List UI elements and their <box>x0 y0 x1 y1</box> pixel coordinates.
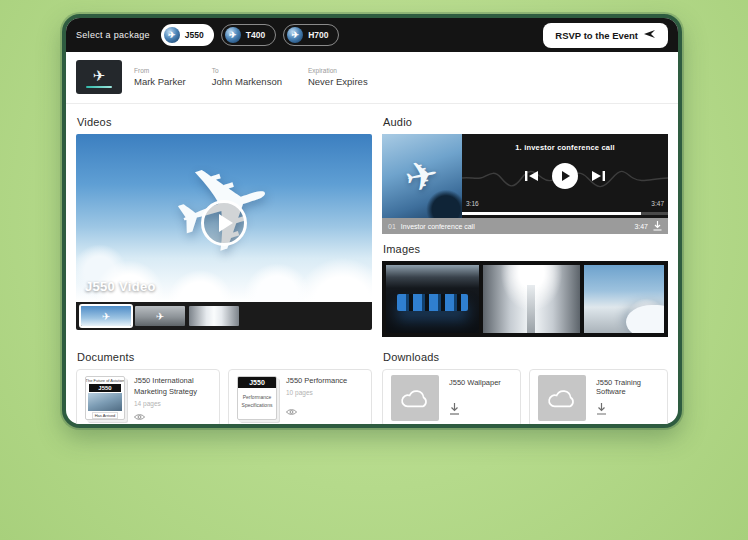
package-tab-h700[interactable]: ✈ H700 <box>283 24 339 46</box>
elapsed-time: 3:16 <box>466 200 479 207</box>
airplane-icon: ✈ <box>135 306 185 326</box>
track-index: 01 <box>388 223 396 230</box>
videos-heading: Videos <box>77 116 372 128</box>
meta-from: From Mark Parker <box>134 67 186 87</box>
images-gallery <box>382 261 668 337</box>
document-card-marketing-strategy[interactable]: The Future of Aviation J550 Has Arrived … <box>76 369 220 427</box>
cabin-interior-image[interactable] <box>483 265 580 333</box>
audio-controls <box>462 163 668 189</box>
audio-cover-image: ✈ <box>382 134 462 218</box>
view-document-icon[interactable] <box>286 402 347 420</box>
airplane-exterior-image[interactable] <box>584 265 664 333</box>
to-label: To <box>212 67 282 74</box>
download-placeholder-thumbnail <box>391 375 439 421</box>
video-play-button[interactable] <box>201 200 247 246</box>
airplane-package-icon: ✈ <box>225 27 241 43</box>
download-icon[interactable] <box>449 401 501 419</box>
audio-play-button[interactable] <box>552 163 578 189</box>
from-label: From <box>134 67 186 74</box>
send-icon <box>644 29 656 41</box>
airplane-icon: ✈ <box>81 306 131 326</box>
cloud-icon <box>397 386 433 410</box>
airplane-icon: ✈ <box>93 67 106 85</box>
audio-time-labels: 3:16 3:47 <box>466 200 664 207</box>
play-icon <box>562 171 570 181</box>
from-value: Mark Parker <box>134 76 186 87</box>
document-cover-thumbnail: J550 Performance Specifications <box>237 376 277 420</box>
document-card-performance[interactable]: J550 Performance Specifications J550 Per… <box>228 369 372 427</box>
meta-to: To John Markenson <box>212 67 282 87</box>
document-title: J550 Performance <box>286 376 347 387</box>
cover-top-text: The Future of Aviation <box>85 377 124 383</box>
video-player[interactable]: ✈ J550 Video ✈ ✈ <box>76 134 372 330</box>
expiration-label: Expiration <box>308 67 368 74</box>
rsvp-button[interactable]: RSVP to the Event <box>543 23 668 48</box>
cover-model-text: J550 <box>89 384 121 392</box>
cloud-icon <box>544 386 580 410</box>
package-viewer-window: Select a package ✈ J550 ✈ T400 ✈ H700 RS… <box>62 14 682 428</box>
track-title: Investor conference call <box>401 223 475 230</box>
cabin-aisle-decoration <box>527 285 535 333</box>
previous-track-button[interactable] <box>525 170 538 182</box>
download-card-wallpaper[interactable]: J550 Wallpaper <box>382 369 521 427</box>
cockpit-screens-decoration <box>397 294 468 312</box>
cover-model-text: J550 <box>237 377 277 388</box>
audio-heading: Audio <box>383 116 668 128</box>
cover-subtitle-text: Performance Specifications <box>238 394 276 409</box>
thumbnail-streak-decoration <box>86 86 112 88</box>
video-thumbnail-strip: ✈ ✈ <box>76 302 372 330</box>
audio-playlist-row[interactable]: 01 Investor conference call 3:47 <box>382 218 668 234</box>
meta-expiration: Expiration Never Expires <box>308 67 368 87</box>
download-placeholder-thumbnail <box>538 375 586 421</box>
download-icon[interactable] <box>596 401 659 419</box>
cover-photo <box>88 393 122 411</box>
document-page-count: 14 pages <box>134 400 211 407</box>
document-cover-thumbnail: The Future of Aviation J550 Has Arrived <box>85 376 125 420</box>
airplane-nose-decoration <box>626 305 664 333</box>
now-playing-title: 1. investor conference call <box>462 143 668 152</box>
video-title-overlay: J550 Video <box>85 279 156 294</box>
document-title: J550 International Marketing Strategy <box>134 376 211 398</box>
audio-progress-fill <box>462 212 641 215</box>
download-card-training-software[interactable]: J550 Training Software <box>529 369 668 427</box>
video-thumbnail-3[interactable] <box>189 306 239 326</box>
audio-progress-bar[interactable] <box>462 212 668 215</box>
video-preview-image[interactable]: ✈ J550 Video <box>76 134 372 302</box>
select-package-label: Select a package <box>76 30 150 40</box>
package-tab-t400[interactable]: ✈ T400 <box>221 24 276 46</box>
package-tab-label: H700 <box>308 30 328 40</box>
package-tab-label: T400 <box>246 30 265 40</box>
cockpit-image[interactable] <box>386 265 479 333</box>
next-track-button[interactable] <box>592 170 605 182</box>
expiration-value: Never Expires <box>308 76 368 87</box>
audio-panel: 1. investor conference call <box>462 134 668 218</box>
package-tab-label: J550 <box>185 30 204 40</box>
audio-player: ✈ 1. investor conference call <box>382 134 668 218</box>
package-tab-j550[interactable]: ✈ J550 <box>161 24 214 46</box>
track-duration: 3:47 <box>634 223 648 230</box>
topbar: Select a package ✈ J550 ✈ T400 ✈ H700 RS… <box>66 18 678 52</box>
airplane-icon: ✈ <box>401 150 443 202</box>
rsvp-label: RSVP to the Event <box>555 30 638 41</box>
downloads-heading: Downloads <box>383 351 668 363</box>
cover-bottom-text: Has Arrived <box>92 412 119 419</box>
video-thumbnail-2[interactable]: ✈ <box>135 306 185 326</box>
airplane-package-icon: ✈ <box>287 27 303 43</box>
video-thumbnail-1[interactable]: ✈ <box>81 306 131 326</box>
package-meta-header: ✈ From Mark Parker To John Markenson Exp… <box>66 52 678 104</box>
documents-heading: Documents <box>77 351 372 363</box>
download-title: J550 Training Software <box>596 378 659 396</box>
airplane-package-icon: ✈ <box>164 27 180 43</box>
total-duration: 3:47 <box>651 200 664 207</box>
to-value: John Markenson <box>212 76 282 87</box>
download-icon[interactable] <box>653 221 662 231</box>
images-heading: Images <box>383 243 668 255</box>
play-icon <box>219 214 233 232</box>
package-thumbnail-image: ✈ <box>76 60 122 94</box>
view-document-icon[interactable] <box>134 407 211 425</box>
document-page-count: 10 pages <box>286 389 347 396</box>
download-title: J550 Wallpaper <box>449 378 501 387</box>
